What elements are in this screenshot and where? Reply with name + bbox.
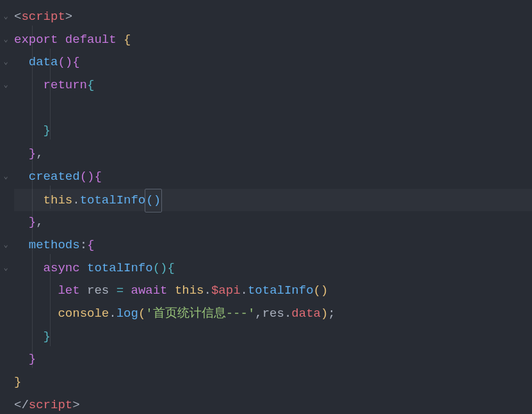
brace: } xyxy=(29,352,36,366)
code-line: }, xyxy=(14,211,532,234)
keyword-default: default xyxy=(65,33,117,47)
code-line: <script> xyxy=(14,6,532,29)
fold-icon[interactable]: ⌄ xyxy=(0,166,12,189)
call-totalinfo: totalInfo xyxy=(248,283,314,298)
fold-icon[interactable] xyxy=(0,394,12,414)
dot: . xyxy=(284,307,291,321)
string-literal: '首页统计信息---' xyxy=(145,307,255,321)
call-totalinfo: totalInfo xyxy=(80,193,146,207)
code-line xyxy=(14,97,532,120)
tag-name: script xyxy=(21,10,65,24)
keyword-let: let xyxy=(58,283,79,298)
tag-bracket: < xyxy=(14,10,21,24)
this-keyword: this xyxy=(44,193,73,207)
paren: ( xyxy=(80,170,87,184)
dot: . xyxy=(204,283,211,298)
log-method: log xyxy=(117,307,138,321)
this-keyword: this xyxy=(175,283,204,298)
fold-icon[interactable] xyxy=(0,143,12,166)
code-line: } xyxy=(14,120,532,143)
fold-gutter: ⌄ ⌄ ⌄ ⌄ ⌄ ⌄ ⌄ xyxy=(0,0,12,414)
code-line: export default { xyxy=(14,29,532,52)
brace: } xyxy=(14,375,21,389)
cursor-selection: () xyxy=(145,189,162,213)
tag-name: script xyxy=(29,398,72,412)
paren: ) xyxy=(65,55,72,69)
fold-icon[interactable] xyxy=(0,348,12,371)
fold-icon[interactable]: ⌄ xyxy=(0,257,12,280)
fold-icon[interactable]: ⌄ xyxy=(0,51,12,74)
brace: } xyxy=(29,215,36,229)
comma: , xyxy=(255,307,262,321)
fold-icon[interactable]: ⌄ xyxy=(0,234,12,257)
keyword-return: return xyxy=(44,78,87,92)
code-line: } xyxy=(14,348,532,371)
code-line: </script> xyxy=(14,394,532,414)
fold-icon[interactable]: ⌄ xyxy=(0,29,12,52)
console-obj: console xyxy=(58,307,109,321)
comma: , xyxy=(36,215,43,229)
code-line: data(){ xyxy=(14,51,532,74)
keyword-export: export xyxy=(14,33,58,47)
brace: { xyxy=(87,78,94,92)
paren: ) xyxy=(321,307,328,321)
brace: } xyxy=(29,147,36,161)
tag-bracket: </ xyxy=(14,398,29,412)
paren: ( xyxy=(138,307,145,321)
paren: ( xyxy=(146,193,153,207)
semicolon: ; xyxy=(328,307,335,321)
brace: { xyxy=(72,55,79,69)
var-res: res xyxy=(87,283,109,298)
brace: } xyxy=(44,330,51,344)
paren: ( xyxy=(58,55,65,69)
fold-icon[interactable] xyxy=(0,211,12,234)
brace: { xyxy=(87,238,94,252)
fold-icon[interactable]: ⌄ xyxy=(0,6,12,29)
keyword-await: await xyxy=(131,283,167,298)
paren: ) xyxy=(321,283,328,298)
code-line: }, xyxy=(14,143,532,166)
tag-bracket: > xyxy=(65,10,72,24)
colon: : xyxy=(80,238,87,252)
paren: ) xyxy=(87,170,94,184)
brace: { xyxy=(167,261,174,275)
method-data: data xyxy=(29,55,58,69)
dot: . xyxy=(109,307,116,321)
method-totalinfo: totalInfo xyxy=(87,261,153,275)
brace: { xyxy=(124,33,131,47)
fold-icon[interactable] xyxy=(0,189,12,212)
paren: ( xyxy=(314,283,321,298)
paren: ) xyxy=(160,261,167,275)
code-line: return{ xyxy=(14,74,532,97)
fold-icon[interactable] xyxy=(0,97,12,120)
methods-key: methods xyxy=(29,238,80,252)
code-line: } xyxy=(14,326,532,349)
fold-icon[interactable]: ⌄ xyxy=(0,74,12,97)
fold-icon[interactable] xyxy=(0,120,12,143)
brace: { xyxy=(94,170,101,184)
code-line-active: this.totalInfo() xyxy=(14,189,532,212)
op-eq: = xyxy=(117,283,124,298)
fold-icon[interactable] xyxy=(0,303,12,326)
paren: ) xyxy=(154,193,161,207)
dot: . xyxy=(241,283,248,298)
code-line: async totalInfo(){ xyxy=(14,257,532,280)
code-line: } xyxy=(14,371,532,394)
fold-icon[interactable] xyxy=(0,326,12,349)
method-created: created xyxy=(29,170,80,184)
fold-icon[interactable] xyxy=(0,280,12,303)
code-content[interactable]: <script> export default { data(){ return… xyxy=(12,0,532,414)
code-line: let res = await this.$api.totalInfo() xyxy=(14,280,532,303)
comma: , xyxy=(36,147,43,161)
code-line: created(){ xyxy=(14,166,532,189)
paren: ( xyxy=(153,261,160,275)
brace: } xyxy=(44,123,51,138)
code-line: methods:{ xyxy=(14,234,532,257)
prop-data: data xyxy=(291,307,321,321)
dot: . xyxy=(72,193,79,207)
tag-bracket: > xyxy=(72,398,79,412)
code-editor[interactable]: ⌄ ⌄ ⌄ ⌄ ⌄ ⌄ ⌄ <script> export default { … xyxy=(0,0,532,414)
prop-api: $api xyxy=(211,283,241,298)
fold-icon[interactable] xyxy=(0,371,12,394)
code-line: console.log('首页统计信息---',res.data); xyxy=(14,303,532,326)
